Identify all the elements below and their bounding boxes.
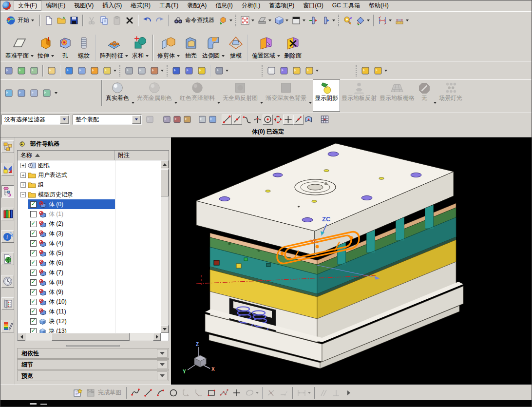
tree-row-11[interactable]: 体 (7) <box>18 268 161 277</box>
part-check-button[interactable] <box>88 64 101 77</box>
sphere-metal-button[interactable]: 光亮金属刷色 <box>135 80 173 111</box>
snap-center-toggle[interactable] <box>263 115 273 125</box>
snap-quadrant-toggle[interactable] <box>273 115 283 125</box>
tree-row-17[interactable]: 块 (13) <box>18 326 161 333</box>
delete-face-button[interactable]: 删除面 <box>282 31 304 61</box>
menu-item-8[interactable]: 分析(L) <box>237 0 265 11</box>
layer-stack-button[interactable] <box>15 64 28 77</box>
perpendicular-constraint-button[interactable] <box>330 387 342 399</box>
process-studio-tab[interactable] <box>1 297 14 310</box>
suppress-a-button[interactable] <box>123 64 135 77</box>
menu-item-12[interactable]: 帮助(H) <box>364 0 393 11</box>
eraser-button[interactable] <box>197 115 208 125</box>
trim-body-button[interactable]: 修剪体 <box>155 31 182 61</box>
arc-button[interactable] <box>154 387 167 399</box>
snap-midpoint-toggle[interactable] <box>232 115 242 125</box>
snap-face-toggle[interactable] <box>304 115 314 125</box>
folder-circles-button[interactable] <box>303 64 320 77</box>
tree-row-1[interactable]: +用户表达式 <box>18 170 161 180</box>
offset-curve-button[interactable] <box>243 387 260 399</box>
menu-item-2[interactable]: 视图(V) <box>70 0 98 11</box>
lock-box-button[interactable] <box>359 64 372 77</box>
parallel-constraint-button[interactable] <box>317 387 330 399</box>
column-header-note[interactable]: 附注 <box>115 151 169 160</box>
reflection-map-button[interactable]: 无全局反射图 <box>221 80 259 111</box>
tree-row-5[interactable]: 体 (1) <box>18 209 161 219</box>
fillet-button[interactable] <box>180 387 192 399</box>
dropdown-caret-icon[interactable] <box>226 70 228 72</box>
panel-bar-0[interactable]: 相依性 <box>17 348 169 359</box>
menu-item-6[interactable]: 装配(A) <box>183 0 211 11</box>
shadow-lamp-button[interactable]: 显示阴影 <box>313 79 340 112</box>
menu-item-3[interactable]: 插入(S) <box>98 0 126 11</box>
snap-rotate-button[interactable] <box>172 115 182 125</box>
visibility-checkbox[interactable] <box>30 250 37 256</box>
scrollbar-thumb[interactable] <box>52 333 130 341</box>
menu-item-5[interactable]: 工具(T) <box>155 0 183 11</box>
redo-button[interactable] <box>153 14 166 27</box>
floor-reflection-button[interactable]: 显示地板反射 <box>340 80 378 111</box>
visibility-checkbox[interactable] <box>30 270 37 276</box>
check-list-button[interactable] <box>15 88 28 98</box>
circle-button[interactable] <box>167 387 180 399</box>
scroll-right-button[interactable] <box>153 333 161 341</box>
dropdown-caret-icon[interactable] <box>384 70 387 72</box>
visual-prefs-button[interactable] <box>354 14 371 27</box>
cut-button[interactable] <box>85 14 98 27</box>
ruler-button[interactable] <box>393 14 410 27</box>
expander-icon[interactable]: + <box>20 163 26 168</box>
dropdown-caret-icon[interactable] <box>256 392 259 394</box>
menu-item-7[interactable]: 信息(I) <box>211 0 237 11</box>
dropdown-caret-icon[interactable] <box>125 55 128 57</box>
start-button[interactable]: 开始 <box>2 14 38 27</box>
expand-panel-button[interactable] <box>157 349 168 358</box>
column-header-name[interactable]: 名称 <box>18 151 115 160</box>
dropdown-caret-icon[interactable] <box>251 19 254 21</box>
visibility-checkbox[interactable] <box>30 231 37 237</box>
panel-bar-2[interactable]: 预览 <box>17 370 169 381</box>
dropdown-caret-icon[interactable] <box>174 102 177 104</box>
visibility-checkbox[interactable] <box>30 221 37 227</box>
unite-button[interactable]: 求和 <box>130 31 151 61</box>
save-button[interactable] <box>68 14 80 27</box>
tree-row-16[interactable]: 块 (12) <box>18 316 161 326</box>
hd3d-tool-tab[interactable]: i <box>1 230 14 243</box>
snap-chain-button[interactable] <box>182 115 192 125</box>
flag-check-button[interactable] <box>76 64 88 77</box>
dropdown-caret-icon[interactable] <box>222 55 225 57</box>
tree-row-0[interactable]: +图纸 <box>18 160 161 170</box>
edge-blend-button[interactable]: 边倒圆 <box>200 31 227 61</box>
dropdown-caret-icon[interactable] <box>51 55 54 57</box>
constraint-navigator-tab[interactable] <box>1 163 14 175</box>
dimension-button[interactable] <box>295 387 312 399</box>
assign-feature-button[interactable] <box>63 64 76 77</box>
triangle-button[interactable] <box>265 64 278 77</box>
clip-section-button[interactable] <box>307 14 320 27</box>
dropdown-caret-icon[interactable] <box>146 55 149 57</box>
polyline-button[interactable] <box>218 387 230 399</box>
dropdown-caret-icon[interactable] <box>177 55 180 57</box>
snap-existing-point-toggle[interactable] <box>283 115 293 125</box>
chamfer-button[interactable] <box>192 387 205 399</box>
open-button[interactable] <box>55 14 68 27</box>
menu-item-11[interactable]: GC 工具箱 <box>328 0 364 11</box>
combo-dropdown-button[interactable] <box>132 116 141 124</box>
sketch-button[interactable] <box>72 387 84 399</box>
tree-row-13[interactable]: 体 (9) <box>18 287 161 297</box>
dropdown-caret-icon[interactable] <box>132 102 134 104</box>
reuse-library-tab[interactable] <box>1 208 14 220</box>
sphere-silver-button[interactable]: 真实着色 <box>104 80 131 111</box>
scene-lights-button[interactable]: 场景灯光 <box>437 80 464 111</box>
tree-row-10[interactable]: 体 (6) <box>18 258 161 268</box>
snap-intersection-toggle[interactable] <box>252 115 263 125</box>
visibility-checkbox[interactable] <box>30 318 37 325</box>
paste-button[interactable] <box>111 14 123 27</box>
vertical-scrollbar[interactable] <box>161 160 169 333</box>
offset-region-button[interactable]: 偏置区域 <box>250 31 282 61</box>
web-browser-tab[interactable] <box>1 252 14 265</box>
selection-filter-combo[interactable]: 没有选择过滤器 <box>1 115 70 125</box>
snap-endpoint-toggle[interactable] <box>222 115 232 125</box>
washer-button[interactable] <box>195 64 208 77</box>
history-tab[interactable] <box>1 275 14 288</box>
name-tag-button[interactable] <box>45 64 58 77</box>
